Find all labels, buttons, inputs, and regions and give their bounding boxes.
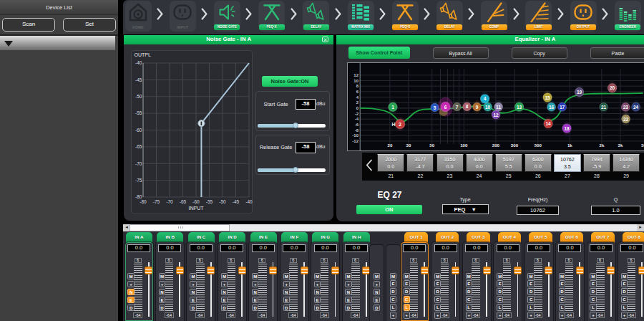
svg-text:15: 15: [545, 95, 551, 100]
svg-text:-50: -50: [219, 199, 226, 204]
svg-text:10: 10: [354, 78, 359, 82]
svg-text:13: 13: [517, 104, 522, 109]
svg-text:-65: -65: [180, 199, 187, 204]
svg-text:12: 12: [494, 112, 499, 117]
svg-text:2: 2: [356, 100, 359, 105]
svg-text:INPUT: INPUT: [188, 206, 204, 211]
svg-text:-55: -55: [206, 199, 213, 204]
svg-text:-60: -60: [135, 128, 142, 133]
svg-text:-40: -40: [245, 199, 253, 204]
svg-text:5: 5: [434, 105, 436, 110]
svg-text:8: 8: [466, 104, 469, 109]
svg-text:3k: 3k: [618, 142, 623, 147]
svg-text:-8: -8: [355, 128, 359, 132]
svg-text:300: 300: [511, 142, 519, 147]
svg-text:2k: 2k: [600, 142, 605, 147]
svg-text:1: 1: [392, 104, 395, 109]
svg-text:7: 7: [456, 104, 459, 109]
svg-text:18: 18: [565, 125, 570, 130]
svg-text:50: 50: [430, 142, 435, 147]
svg-text:-2: -2: [355, 111, 359, 115]
svg-text:22: 22: [623, 116, 629, 121]
svg-text:-45: -45: [135, 77, 142, 82]
svg-text:-55: -55: [135, 110, 142, 115]
svg-text:-6: -6: [355, 123, 359, 127]
svg-text:-80: -80: [140, 199, 147, 204]
svg-text:8: 8: [356, 84, 359, 88]
svg-text:14: 14: [546, 121, 552, 126]
svg-text:2: 2: [399, 121, 402, 126]
svg-text:-10: -10: [353, 133, 359, 138]
svg-text:12: 12: [354, 73, 359, 77]
svg-text:9: 9: [476, 104, 479, 109]
svg-text:23: 23: [623, 104, 629, 109]
svg-text:200: 200: [492, 142, 500, 147]
svg-text:500: 500: [535, 142, 542, 147]
svg-text:-75: -75: [153, 199, 160, 204]
svg-text:4: 4: [484, 96, 487, 101]
svg-text:-65: -65: [135, 144, 142, 149]
svg-text:16: 16: [549, 104, 555, 109]
svg-text:OUTPL: OUTPL: [134, 52, 150, 57]
svg-text:21: 21: [601, 104, 607, 109]
svg-text:-70: -70: [166, 199, 173, 204]
svg-text:30: 30: [406, 142, 411, 147]
svg-text:100: 100: [461, 142, 469, 147]
svg-text:1k: 1k: [567, 142, 572, 147]
svg-text:24: 24: [633, 104, 639, 109]
svg-text:20: 20: [610, 85, 615, 90]
svg-text:-50: -50: [135, 94, 142, 99]
svg-text:20: 20: [388, 142, 393, 147]
svg-text:19: 19: [577, 90, 582, 95]
svg-text:5k: 5k: [642, 142, 644, 147]
svg-text:-75: -75: [135, 178, 142, 183]
svg-text:-70: -70: [135, 161, 142, 166]
svg-text:0: 0: [356, 106, 359, 110]
svg-text:-60: -60: [192, 199, 200, 204]
svg-text:H: H: [392, 121, 396, 126]
svg-text:-45: -45: [233, 199, 240, 204]
svg-text:17: 17: [560, 104, 565, 109]
svg-text:6: 6: [444, 104, 447, 109]
svg-text:-12: -12: [353, 139, 359, 143]
svg-text:-40: -40: [135, 60, 142, 65]
svg-text:4: 4: [356, 95, 359, 99]
svg-text:6: 6: [356, 90, 359, 94]
svg-text:-4: -4: [355, 117, 359, 121]
